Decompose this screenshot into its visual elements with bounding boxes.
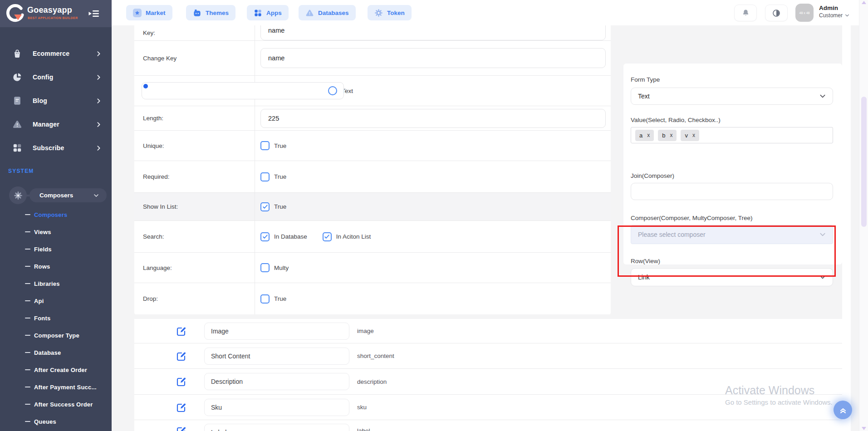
composer-select[interactable]: Please select composer xyxy=(631,225,833,244)
field-title-input[interactable] xyxy=(204,323,349,340)
scrollbar-thumb[interactable] xyxy=(861,97,867,227)
field-label: Drop: xyxy=(134,283,255,314)
chevron-right-icon xyxy=(96,74,102,80)
notifications-button[interactable] xyxy=(734,5,757,21)
field-label: Required: xyxy=(134,161,255,192)
scrollbar-up-arrow[interactable] xyxy=(862,1,866,4)
sidebar-item-blog[interactable]: Blog xyxy=(0,92,112,110)
tag-remove-icon[interactable]: x xyxy=(647,132,650,138)
brand-name: Goeasyapp xyxy=(27,5,72,15)
user-role-menu[interactable]: Customer xyxy=(819,12,849,19)
sidebar-item-label: Manager xyxy=(33,121,59,128)
sidebar-subitem-after-payment-success[interactable]: After Payment Succ... xyxy=(0,378,112,396)
form-row-required: Required: True xyxy=(134,161,611,193)
tree-dash-icon xyxy=(25,249,30,250)
sidebar-item-ecommerce[interactable]: Ecommerce xyxy=(0,44,112,63)
language-multy-checkbox[interactable] xyxy=(260,263,270,272)
sidebar-subitem-fonts[interactable]: Fonts xyxy=(0,309,112,327)
field-label: Unique: xyxy=(134,131,255,161)
contrast-moon-icon xyxy=(772,9,781,18)
nav-button-token[interactable]: Token xyxy=(368,5,412,20)
brand-tagline: BEST APPLICATION BUILDER xyxy=(28,16,78,20)
sidebar-subitem-database[interactable]: Database xyxy=(0,344,112,361)
tree-dash-icon xyxy=(25,421,30,422)
sidebar-subitem-fields[interactable]: Fields xyxy=(0,240,112,258)
join-composer-label: Join(Composer) xyxy=(631,172,674,179)
nav-button-themes[interactable]: Themes xyxy=(186,5,235,20)
edit-icon[interactable] xyxy=(176,426,187,431)
scroll-to-top-button[interactable] xyxy=(834,401,852,419)
field-title-input[interactable] xyxy=(204,424,349,431)
tree-dash-icon xyxy=(25,352,30,353)
pie-chart-icon xyxy=(12,72,22,82)
nav-button-market[interactable]: Market xyxy=(126,5,172,20)
scrollbar-down-arrow[interactable] xyxy=(862,427,866,430)
note-icon xyxy=(12,96,22,106)
header: Market Themes Apps Databases Token 48 x … xyxy=(112,0,859,25)
form-type-select[interactable]: Text xyxy=(631,88,833,105)
group-label: Composers xyxy=(39,192,73,199)
sidebar-subitem-rows[interactable]: Rows xyxy=(0,258,112,275)
field-title-input[interactable] xyxy=(204,373,349,390)
edit-icon[interactable] xyxy=(176,326,187,337)
tag-remove-icon[interactable]: x xyxy=(670,132,672,138)
sidebar-subitem-composer-type[interactable]: Composer Type xyxy=(0,327,112,344)
apps-grid-icon xyxy=(254,9,262,17)
length-input[interactable] xyxy=(260,109,606,128)
dark-mode-toggle[interactable] xyxy=(765,5,788,21)
search-in-action-list-checkbox[interactable] xyxy=(323,232,332,241)
form-row-change-key: Change Key xyxy=(134,41,611,76)
sidebar-item-manager[interactable]: Manager xyxy=(0,115,112,133)
shopping-bag-icon xyxy=(12,49,22,59)
sidebar-subitem-views[interactable]: Views xyxy=(0,223,112,240)
sidebar-collapse-icon[interactable] xyxy=(88,9,100,18)
field-label: Length: xyxy=(134,106,255,130)
group-pill[interactable]: Composers xyxy=(29,188,107,202)
field-title-input[interactable] xyxy=(204,399,349,416)
join-composer-input[interactable] xyxy=(631,183,833,200)
nav-button-apps[interactable]: Apps xyxy=(247,5,289,20)
nav-button-databases[interactable]: Databases xyxy=(299,5,356,20)
sidebar-subitem-api[interactable]: Api xyxy=(0,292,112,309)
radio-varchar[interactable] xyxy=(142,82,344,99)
sidebar-subitem-after-create-order[interactable]: After Create Order xyxy=(0,361,112,378)
avatar[interactable]: 48 x 48 xyxy=(795,4,814,22)
field-title-input[interactable] xyxy=(204,348,349,365)
sidebar-item-subscribe[interactable]: Subscribe xyxy=(0,139,112,157)
chevron-right-icon xyxy=(96,51,102,57)
page: Goeasyapp BEST APPLICATION BUILDER Ecomm… xyxy=(0,0,868,431)
sidebar-logo-block: Goeasyapp BEST APPLICATION BUILDER xyxy=(0,0,112,27)
tree-dash-icon xyxy=(25,404,30,405)
edit-icon[interactable] xyxy=(176,376,187,387)
key-input[interactable] xyxy=(260,25,606,40)
sidebar-item-config[interactable]: Config xyxy=(0,68,112,86)
sidebar-subitem-composers[interactable]: Composers xyxy=(0,206,112,223)
show-in-list-checkbox[interactable] xyxy=(260,202,270,211)
sidebar-subitem-queues[interactable]: Queues xyxy=(0,413,112,430)
sidebar-item-label: Subscribe xyxy=(33,144,64,152)
row-view-select[interactable]: Link xyxy=(631,268,833,286)
tag-chip: ax xyxy=(635,130,654,141)
field-key: sku xyxy=(357,404,367,411)
chevron-down-icon xyxy=(93,193,99,198)
sidebar-group-composers[interactable]: Composers xyxy=(0,181,112,210)
edit-icon[interactable] xyxy=(176,402,187,413)
tag-remove-icon[interactable]: x xyxy=(692,132,695,138)
tag-chip: bx xyxy=(658,130,677,141)
activate-windows-watermark: Activate Windows xyxy=(725,384,814,397)
edit-icon[interactable] xyxy=(176,351,187,362)
search-in-database-checkbox[interactable] xyxy=(260,232,270,241)
theme-icon xyxy=(193,9,201,17)
unique-checkbox[interactable] xyxy=(260,141,270,150)
field-options-panel: Form Type Text Value(Select, Radio, Chec… xyxy=(623,64,842,264)
field-row-image: image xyxy=(134,319,842,343)
field-settings-form: Key: Change Key Type: Int Varchar Text xyxy=(134,25,611,314)
value-tags-input[interactable]: ax bx vx xyxy=(631,127,833,143)
change-key-input[interactable] xyxy=(260,48,606,68)
sidebar-subitem-after-success-order[interactable]: After Success Order xyxy=(0,396,112,413)
drop-checkbox[interactable] xyxy=(260,294,270,304)
required-checkbox[interactable] xyxy=(260,172,270,181)
sidebar-subitem-libraries[interactable]: Libraries xyxy=(0,275,112,292)
form-row-language: Language: Multy xyxy=(134,253,611,283)
tree-dash-icon xyxy=(25,283,30,284)
